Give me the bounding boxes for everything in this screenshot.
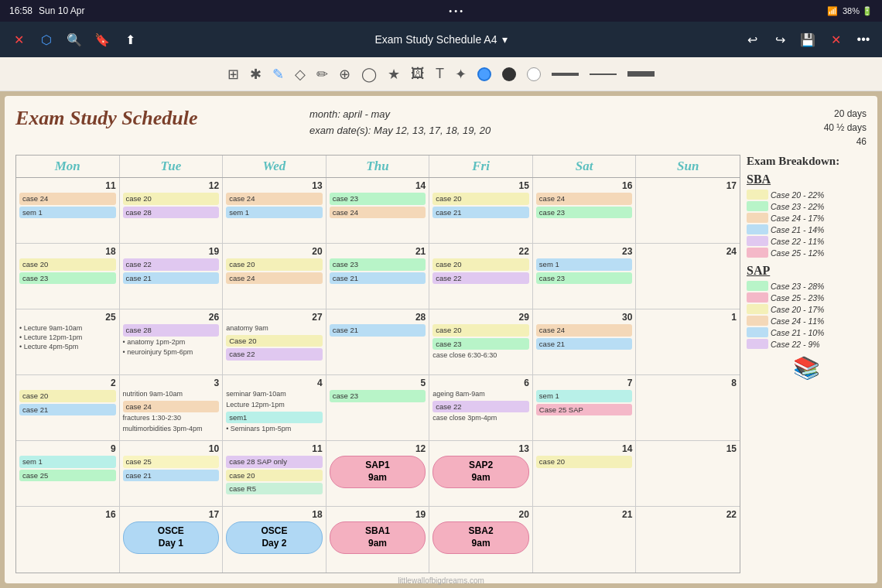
grid-tool[interactable]: ⊞	[227, 66, 239, 83]
close-button[interactable]: ✕	[8, 29, 29, 50]
stroke-medium[interactable]	[552, 73, 579, 76]
case25-dot	[747, 248, 768, 258]
pencil-tool[interactable]: ✏	[316, 66, 328, 83]
event-caseR5-may11: case R5	[226, 483, 323, 494]
search-icon[interactable]: 🔍	[63, 29, 85, 50]
header-sun: Sun	[636, 156, 740, 177]
day-may11: 11	[226, 443, 323, 454]
sap-section: SAP Case 23 - 28% Case 25 - 23% Case 20 …	[747, 264, 867, 349]
breakdown-case22-sap: Case 22 - 9%	[747, 339, 867, 349]
days-stat: 20 days	[824, 107, 867, 121]
event-case24-20: case 24	[226, 272, 323, 284]
case24-sap-text: Case 24 - 11%	[771, 316, 824, 326]
day-13: 13	[226, 180, 323, 191]
redo-icon[interactable]: ↪	[769, 29, 791, 50]
breakdown-case23-sap: Case 23 - 28%	[747, 281, 867, 291]
case21-sap-text: Case 21 - 10%	[771, 328, 824, 337]
cell-apr26: 26 case 28 • anatomy 1pm-2pm • neuroinju…	[120, 309, 224, 374]
event-case21-19: case 21	[123, 272, 220, 284]
breakdown-case24-sba: Case 24 - 17%	[747, 213, 867, 223]
event-case20-20: case 20	[226, 258, 323, 270]
day-may17: 17	[123, 509, 220, 520]
stroke-thick[interactable]	[627, 71, 655, 77]
exit-icon[interactable]: ✕	[825, 29, 846, 50]
sap1-exam: SAP19am	[330, 456, 426, 487]
text-tool[interactable]: T	[436, 66, 444, 82]
pen-tool[interactable]: ✎	[272, 66, 284, 83]
day-24: 24	[639, 246, 737, 257]
main-content: Exam Study Schedule month: april - may e…	[0, 91, 882, 588]
bookmark-icon[interactable]: 🔖	[91, 29, 113, 50]
image-tool[interactable]: 🖼	[411, 66, 425, 82]
eraser-tool[interactable]: ◇	[295, 66, 306, 83]
case20-sap-text: Case 20 - 17%	[771, 305, 824, 314]
case22-dot	[747, 236, 768, 246]
sba1-exam: SBA19am	[330, 521, 426, 553]
case21-dot	[747, 224, 768, 234]
shape-tool[interactable]: ◯	[361, 66, 377, 83]
calendar-wrapper: Mon Tue Wed Thu Fri Sat Sun 11 case 24	[15, 155, 867, 573]
event-case20-may2: case 20	[19, 390, 116, 402]
color-blue[interactable]	[477, 67, 491, 81]
cell-apr16: 16 case 24 case 23	[533, 178, 637, 243]
more-icon[interactable]: •••	[853, 29, 874, 50]
color-dark[interactable]	[502, 67, 516, 81]
document-name: Exam Study Schedule A4	[375, 33, 497, 46]
battery: 38% 🔋	[843, 6, 873, 16]
day-21: 21	[330, 246, 426, 257]
case23-sba-text: Case 23 - 22%	[771, 202, 824, 211]
day-may9: 9	[19, 443, 116, 454]
nutrition-text: nutrition 9am-10am	[123, 390, 220, 399]
toolbar-left: ✕ ⬡ 🔍 🔖 ⬆	[8, 29, 141, 50]
lasso-tool[interactable]: ⊕	[339, 66, 350, 83]
cell-may14: 14 case 20	[533, 441, 637, 506]
day-may20: 20	[432, 509, 529, 520]
save-icon[interactable]: 💾	[797, 29, 819, 50]
cell-may5: 5 case 23	[326, 375, 430, 440]
star-tool[interactable]: ★	[388, 66, 400, 83]
dropdown-arrow[interactable]: ▾	[502, 33, 508, 46]
cell-apr11: 11 case 24 sem 1	[16, 178, 120, 243]
day-may12: 12	[330, 443, 426, 454]
case21-sap-dot	[747, 327, 768, 337]
event-case25-may10: case 25	[123, 456, 220, 467]
case25-sba-text: Case 25 - 12%	[771, 248, 824, 258]
case24-sba-text: Case 24 - 17%	[771, 214, 824, 223]
cell-apr17: 17	[636, 178, 740, 243]
cell-apr20: 20 case 20 case 24	[223, 244, 326, 309]
day-may15: 15	[639, 443, 737, 454]
event-case20-27: Case 20	[226, 335, 323, 347]
app-icon[interactable]: ⬡	[36, 29, 57, 50]
event-case23-14: case 23	[330, 193, 426, 204]
event-case28-26: case 28	[123, 324, 220, 336]
share-icon[interactable]: ⬆	[119, 29, 141, 50]
week-4: 2 case 20 case 21 3 nutrition 9am-10am c…	[16, 375, 740, 441]
status-dots: • • •	[449, 6, 463, 15]
event-case24-13: case 24	[226, 193, 323, 204]
doc-header: Exam Study Schedule month: april - may e…	[15, 107, 867, 149]
day-may18: 18	[226, 509, 323, 520]
event-case20-may14: case 20	[536, 456, 633, 467]
anatomy-text-26: • anatomy 1pm-2pm	[123, 338, 220, 347]
osce-day2-exam: OSCEDay 2	[226, 521, 323, 553]
day-14: 14	[330, 180, 426, 191]
cell-may20: 20 SBA29am	[429, 507, 533, 573]
cell-may3: 3 nutrition 9am-10am case 24 fractures 1…	[120, 375, 224, 440]
month-text: month: april - may	[309, 107, 824, 123]
breakdown-case21-sap: Case 21 - 10%	[747, 327, 867, 337]
undo-icon[interactable]: ↩	[741, 29, 763, 50]
breakdown-case25-sap: Case 25 - 23%	[747, 292, 867, 303]
cell-may1: 1	[636, 309, 740, 374]
day-may16: 16	[19, 509, 116, 520]
breakdown-case20-sba: Case 20 - 22%	[747, 190, 867, 200]
day-may2: 2	[19, 378, 116, 388]
day-may1: 1	[639, 312, 737, 323]
color-white[interactable]	[527, 67, 541, 81]
day-30: 30	[536, 312, 633, 323]
stroke-thin[interactable]	[590, 74, 617, 75]
day-may5: 5	[330, 378, 426, 388]
breakdown-case20-sap: Case 20 - 17%	[747, 304, 867, 314]
wand-tool[interactable]: ✦	[455, 66, 467, 83]
cell-may16: 16	[16, 507, 120, 573]
watermark: littlewallofbigdreams.com	[15, 576, 867, 585]
